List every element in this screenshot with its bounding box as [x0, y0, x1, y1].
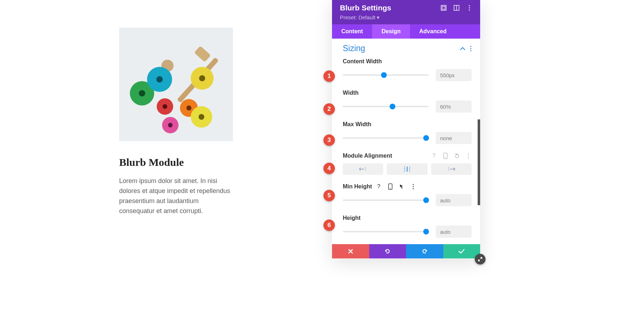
svg-point-11: [445, 157, 446, 158]
blurb-title: Blurb Module: [119, 156, 234, 168]
decorative-shape: [191, 67, 214, 90]
help-icon[interactable]: ?: [431, 153, 437, 159]
svg-point-12: [468, 153, 469, 154]
annotation-badge-3: 3: [323, 134, 335, 146]
field-content-width: Content Width: [343, 58, 472, 81]
more-icon[interactable]: [410, 183, 416, 190]
field-max-width: Max Width: [343, 121, 472, 144]
scrollbar[interactable]: [478, 119, 480, 205]
field-min-height: Min Height ?: [343, 183, 472, 206]
svg-point-14: [468, 158, 469, 159]
panel-body: Sizing Content Width: [332, 39, 480, 259]
slider-content-width[interactable]: [343, 71, 429, 79]
label-max-width: Max Width: [343, 121, 371, 128]
label-content-width: Content Width: [343, 58, 382, 65]
blurb-preview: Blurb Module Lorem ipsum dolor sit amet.…: [119, 28, 234, 216]
save-button[interactable]: [443, 244, 480, 258]
svg-point-23: [413, 186, 414, 187]
input-height[interactable]: [436, 226, 472, 238]
annotation-badge-6: 6: [323, 219, 335, 231]
svg-point-21: [390, 188, 391, 189]
label-min-height: Min Height: [343, 183, 372, 190]
svg-point-6: [469, 9, 470, 10]
field-height: Height: [343, 215, 472, 238]
blurb-body: Lorem ipsum dolor sit amet. In nisi dolo…: [119, 176, 234, 216]
annotation-badge-5: 5: [323, 190, 335, 201]
decorative-shape: [191, 106, 212, 128]
section-menu-icon[interactable]: [470, 46, 472, 51]
decorative-shape: [147, 67, 172, 92]
phone-icon[interactable]: [387, 183, 394, 190]
more-icon[interactable]: [467, 5, 472, 11]
svg-point-24: [413, 188, 414, 189]
slider-width[interactable]: [343, 103, 429, 110]
tab-content[interactable]: Content: [332, 24, 372, 39]
decorative-shape: [157, 98, 173, 115]
svg-point-9: [470, 50, 471, 51]
settings-panel: Blurb Settings Preset: Default ▾ Content…: [332, 0, 480, 259]
hover-icon[interactable]: [399, 183, 405, 190]
svg-point-8: [470, 48, 471, 49]
slider-max-width[interactable]: [343, 134, 429, 142]
input-min-height[interactable]: [436, 194, 472, 206]
annotation-badge-2: 2: [323, 103, 335, 115]
align-left-button[interactable]: [343, 163, 383, 175]
panel-header: Blurb Settings Preset: Default ▾: [332, 0, 480, 24]
label-module-alignment: Module Alignment: [343, 153, 392, 159]
annotation-badge-4: 4: [323, 163, 335, 174]
blurb-image: [119, 28, 233, 141]
more-icon[interactable]: [465, 153, 472, 159]
annotation-badge-1: 1: [323, 70, 335, 82]
input-content-width[interactable]: [436, 69, 472, 81]
svg-point-13: [468, 156, 469, 157]
input-width[interactable]: [436, 100, 472, 113]
svg-point-22: [413, 184, 414, 185]
chevron-up-icon[interactable]: [460, 47, 465, 50]
align-center-button[interactable]: [387, 163, 427, 175]
responsive-icon[interactable]: [454, 5, 459, 11]
align-right-button[interactable]: [431, 163, 472, 175]
label-height: Height: [343, 215, 361, 221]
tab-design[interactable]: Design: [372, 24, 410, 39]
svg-rect-1: [442, 6, 445, 9]
reset-icon[interactable]: [454, 153, 460, 159]
panel-footer: [332, 244, 480, 258]
cancel-button[interactable]: [332, 244, 369, 258]
expand-fab[interactable]: [475, 254, 486, 265]
panel-tabs: Content Design Advanced: [332, 24, 480, 39]
help-icon[interactable]: ?: [376, 183, 382, 190]
panel-title: Blurb Settings: [340, 4, 391, 12]
label-width: Width: [343, 90, 358, 96]
redo-button[interactable]: [406, 244, 443, 258]
svg-point-4: [469, 5, 470, 6]
preset-dropdown[interactable]: Preset: Default ▾: [340, 14, 472, 21]
svg-point-7: [470, 46, 471, 47]
section-title-sizing[interactable]: Sizing: [343, 44, 365, 53]
slider-min-height[interactable]: [343, 197, 429, 204]
svg-point-5: [469, 7, 470, 8]
svg-rect-0: [441, 5, 446, 10]
tab-advanced[interactable]: Advanced: [410, 24, 456, 39]
undo-button[interactable]: [369, 244, 406, 258]
phone-icon[interactable]: [442, 153, 449, 159]
field-module-alignment: Module Alignment ?: [343, 153, 472, 175]
decorative-shape: [194, 46, 211, 62]
decorative-shape: [162, 117, 179, 133]
slider-height[interactable]: [343, 228, 429, 235]
input-max-width[interactable]: [436, 132, 472, 144]
field-width: Width: [343, 90, 472, 113]
expand-icon[interactable]: [441, 5, 447, 11]
